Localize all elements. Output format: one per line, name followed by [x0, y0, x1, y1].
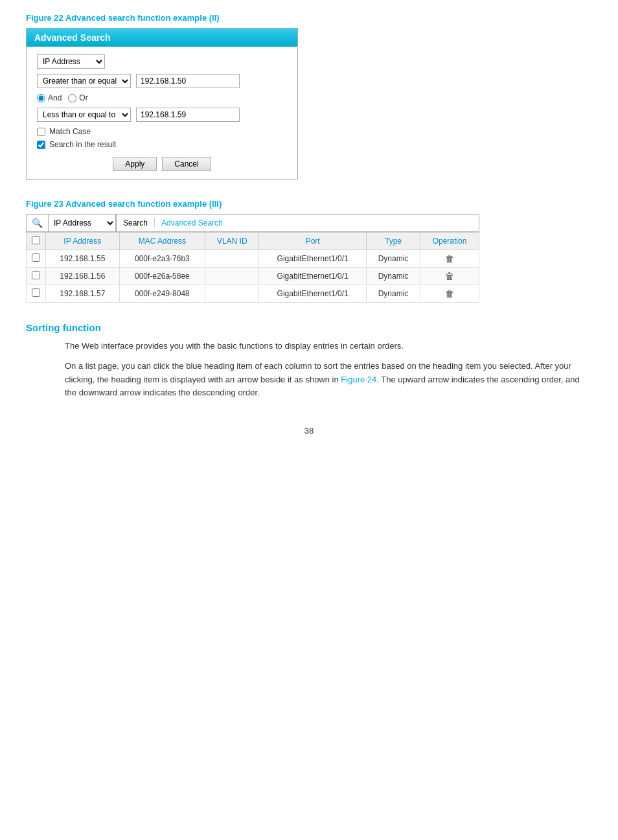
search-in-result-row: Search in the result: [37, 140, 287, 149]
row-type-1: Dynamic: [367, 268, 420, 285]
row-checkbox-0[interactable]: [32, 253, 40, 262]
col-header-type[interactable]: Type: [367, 233, 420, 250]
select-all-checkbox[interactable]: [32, 236, 40, 244]
sorting-section-title: Sorting function: [26, 322, 592, 333]
row-vlan-2: [205, 285, 259, 303]
row-port-2: GigabitEthernet1/0/1: [259, 285, 367, 303]
logic-row: And Or: [37, 93, 287, 102]
field-selector-row: IP Address MAC Address VLAN ID Port Type: [37, 54, 287, 69]
row-operation-1[interactable]: 🗑: [420, 268, 479, 285]
cancel-button[interactable]: Cancel: [162, 157, 211, 171]
match-case-label: Match Case: [49, 127, 91, 136]
table-row: 192.168.1.57 000f-e249-8048 GigabitEther…: [27, 285, 479, 303]
results-table: IP Address MAC Address VLAN ID Port Type…: [26, 232, 479, 303]
col-header-port[interactable]: Port: [259, 233, 367, 250]
search-button[interactable]: Search: [116, 215, 154, 231]
sorting-para2: On a list page, you can click the blue h…: [65, 360, 592, 400]
advanced-search-body: IP Address MAC Address VLAN ID Port Type…: [27, 47, 297, 179]
sorting-section-body: The Web interface provides you with the …: [65, 340, 592, 400]
row-mac-1: 000f-e26a-58ee: [119, 268, 205, 285]
figure23-title: Figure 23 Advanced search function examp…: [26, 199, 592, 209]
advanced-search-header: Advanced Search: [27, 29, 297, 47]
row-checkbox-2[interactable]: [32, 288, 40, 297]
condition1-value[interactable]: [136, 74, 240, 88]
col-header-operation[interactable]: Operation: [420, 233, 479, 250]
row-operation-2[interactable]: 🗑: [420, 285, 479, 303]
figure23-section: Figure 23 Advanced search function examp…: [26, 199, 592, 303]
row-checkbox-cell: [27, 250, 46, 268]
advanced-search-box: Advanced Search IP Address MAC Address V…: [26, 28, 298, 180]
figure24-link[interactable]: Figure 24: [341, 375, 376, 384]
col-header-ip[interactable]: IP Address: [46, 233, 120, 250]
sorting-para1: The Web interface provides you with the …: [65, 340, 592, 353]
search-field-select[interactable]: IP Address MAC Address VLAN ID Port Type: [48, 215, 116, 231]
or-label[interactable]: Or: [68, 93, 87, 102]
row-type-0: Dynamic: [367, 250, 420, 268]
apply-button[interactable]: Apply: [113, 157, 157, 171]
row-mac-2: 000f-e249-8048: [119, 285, 205, 303]
figure22-section: Figure 22 Advanced search function examp…: [26, 13, 592, 180]
condition1-row: Greater than or equal Less than or equal…: [37, 74, 287, 88]
condition2-row: Less than or equal to Greater than or eq…: [37, 108, 287, 122]
row-type-2: Dynamic: [367, 285, 420, 303]
row-operation-0[interactable]: 🗑: [420, 250, 479, 268]
row-port-0: GigabitEthernet1/0/1: [259, 250, 367, 268]
page-number: 38: [26, 426, 592, 436]
or-radio[interactable]: [68, 94, 76, 102]
search-in-result-label: Search in the result: [49, 140, 116, 149]
row-vlan-1: [205, 268, 259, 285]
col-header-mac[interactable]: MAC Address: [119, 233, 205, 250]
and-radio[interactable]: [37, 94, 45, 102]
and-label[interactable]: And: [37, 93, 62, 102]
as-buttons-row: Apply Cancel: [37, 157, 287, 171]
match-case-row: Match Case: [37, 127, 287, 136]
row-ip-1: 192.168.1.56: [46, 268, 120, 285]
row-checkbox-cell: [27, 285, 46, 303]
search-bar: 🔍 IP Address MAC Address VLAN ID Port Ty…: [26, 214, 479, 232]
row-port-1: GigabitEthernet1/0/1: [259, 268, 367, 285]
condition2-value[interactable]: [136, 108, 240, 122]
col-header-vlan[interactable]: VLAN ID: [205, 233, 259, 250]
row-ip-2: 192.168.1.57: [46, 285, 120, 303]
search-magnifier-icon: 🔍: [27, 218, 48, 228]
match-case-checkbox[interactable]: [37, 128, 45, 136]
row-vlan-0: [205, 250, 259, 268]
advanced-search-link[interactable]: Advanced Search: [154, 218, 229, 228]
search-in-result-checkbox[interactable]: [37, 141, 45, 149]
row-checkbox-1[interactable]: [32, 271, 40, 279]
sorting-section: Sorting function The Web interface provi…: [26, 322, 592, 400]
figure22-title: Figure 22 Advanced search function examp…: [26, 13, 592, 23]
condition2-operator[interactable]: Less than or equal to Greater than or eq…: [37, 108, 131, 122]
table-row: 192.168.1.55 000f-e2a3-76b3 GigabitEther…: [27, 250, 479, 268]
field-select[interactable]: IP Address MAC Address VLAN ID Port Type: [37, 54, 105, 69]
col-header-checkbox: [27, 233, 46, 250]
table-row: 192.168.1.56 000f-e26a-58ee GigabitEther…: [27, 268, 479, 285]
row-checkbox-cell: [27, 268, 46, 285]
condition1-operator[interactable]: Greater than or equal Less than or equal…: [37, 74, 131, 88]
row-mac-0: 000f-e2a3-76b3: [119, 250, 205, 268]
row-ip-0: 192.168.1.55: [46, 250, 120, 268]
